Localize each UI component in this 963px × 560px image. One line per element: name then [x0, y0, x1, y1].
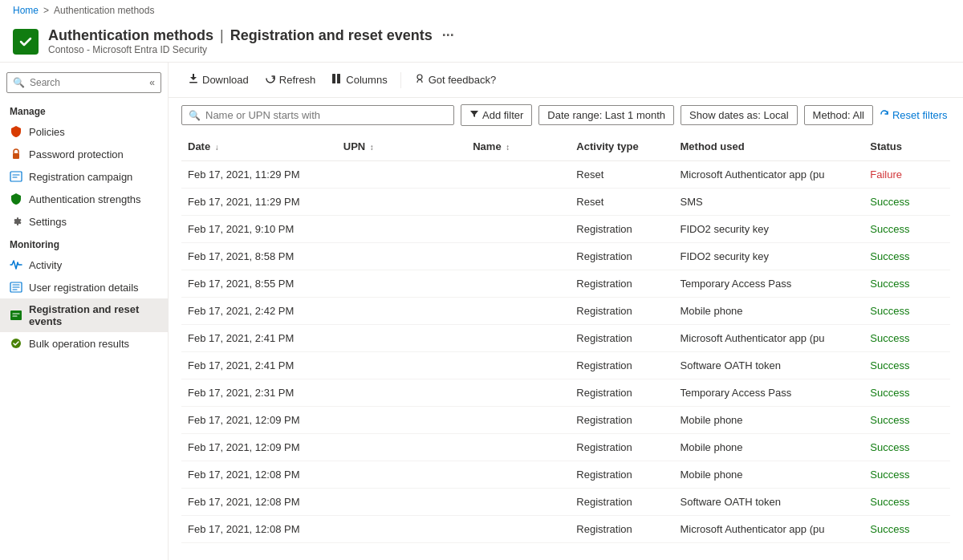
download-button[interactable]: Download [181, 69, 255, 91]
cell-method-used: Mobile phone [674, 298, 864, 325]
table-container: Date ↓ UPN ↕ Name ↕ Activity type Meth [169, 132, 963, 543]
columns-button[interactable]: Columns [325, 69, 393, 91]
sidebar-label-password-protection: Password protection [29, 148, 124, 160]
table-row[interactable]: Feb 17, 2021, 2:41 PM Registration Softw… [181, 352, 950, 379]
sidebar-item-activity[interactable]: Activity [0, 254, 168, 276]
table-row[interactable]: Feb 17, 2021, 2:41 PM Registration Micro… [181, 325, 950, 352]
cell-upn [337, 489, 466, 516]
table-row[interactable]: Feb 17, 2021, 12:08 PM Registration Mobi… [181, 461, 950, 489]
upn-sort-icon: ↕ [370, 143, 374, 152]
cell-method-used: Temporary Access Pass [674, 379, 864, 407]
download-label: Download [202, 74, 249, 86]
table-row[interactable]: Feb 17, 2021, 11:29 PM Reset Microsoft A… [181, 161, 950, 189]
toolbar: Download Refresh Columns Got feedback? [169, 63, 963, 98]
table-row[interactable]: Feb 17, 2021, 12:09 PM Registration Mobi… [181, 407, 950, 434]
sidebar-item-password-protection[interactable]: Password protection [0, 143, 168, 165]
sidebar-search-area: 🔍 « [0, 69, 168, 99]
feedback-button[interactable]: Got feedback? [408, 69, 503, 91]
refresh-icon [265, 73, 276, 87]
events-table: Date ↓ UPN ↕ Name ↕ Activity type Meth [181, 132, 950, 543]
sidebar-item-registration-campaign[interactable]: Registration campaign [0, 165, 168, 188]
table-row[interactable]: Feb 17, 2021, 8:55 PM Registration Tempo… [181, 270, 950, 298]
cell-name [466, 407, 570, 434]
cell-upn [337, 216, 466, 243]
sidebar-item-policies[interactable]: Policies [0, 120, 168, 143]
cell-activity-type: Registration [570, 325, 673, 352]
refresh-button[interactable]: Refresh [258, 69, 323, 91]
method-label: Method: All [813, 109, 864, 121]
col-header-date[interactable]: Date ↓ [181, 132, 337, 161]
cell-status: Success [863, 434, 950, 461]
sidebar-label-settings: Settings [29, 216, 67, 228]
cell-name [466, 516, 570, 543]
reg-reset-events-icon [10, 309, 22, 322]
sidebar-label-bulk-results: Bulk operation results [29, 338, 129, 350]
date-range-label: Date range: Last 1 month [547, 109, 665, 121]
table-row[interactable]: Feb 17, 2021, 2:31 PM Registration Tempo… [181, 379, 950, 407]
cell-status: Success [863, 407, 950, 434]
sidebar: 🔍 « Manage Policies Password protection … [0, 63, 169, 560]
sidebar-item-user-reg-details[interactable]: User registration details [0, 276, 168, 298]
sidebar-item-reg-reset-events[interactable]: Registration and reset events [0, 298, 168, 332]
cell-status: Success [863, 270, 950, 298]
add-filter-button[interactable]: Add filter [461, 104, 532, 126]
sidebar-item-bulk-results[interactable]: Bulk operation results [0, 332, 168, 355]
cell-activity-type: Registration [570, 434, 673, 461]
cell-date: Feb 17, 2021, 2:31 PM [181, 379, 337, 407]
add-filter-icon [469, 109, 479, 121]
title-main: Authentication methods [48, 27, 213, 44]
col-header-upn[interactable]: UPN ↕ [337, 132, 466, 161]
reset-filters-label: Reset filters [892, 109, 948, 121]
cell-name [466, 298, 570, 325]
table-row[interactable]: Feb 17, 2021, 2:42 PM Registration Mobil… [181, 298, 950, 325]
show-dates-chip[interactable]: Show dates as: Local [681, 105, 798, 125]
breadcrumb-home[interactable]: Home [13, 5, 39, 16]
cell-name [466, 189, 570, 216]
cell-status: Success [863, 379, 950, 407]
breadcrumb: Home > Authentication methods [0, 0, 963, 21]
table-row[interactable]: Feb 17, 2021, 8:58 PM Registration FIDO2… [181, 243, 950, 270]
table-row[interactable]: Feb 17, 2021, 12:08 PM Registration Micr… [181, 516, 950, 543]
reset-filters-button[interactable]: Reset filters [880, 109, 948, 121]
table-row[interactable]: Feb 17, 2021, 9:10 PM Registration FIDO2… [181, 216, 950, 243]
svg-rect-7 [332, 74, 335, 83]
table-row[interactable]: Feb 17, 2021, 12:08 PM Registration Soft… [181, 489, 950, 516]
cell-name [466, 243, 570, 270]
page-header: Authentication methods | Registration an… [0, 21, 963, 63]
table-row[interactable]: Feb 17, 2021, 11:29 PM Reset SMS Success [181, 189, 950, 216]
cell-name [466, 434, 570, 461]
cell-status: Success [863, 189, 950, 216]
cell-upn [337, 243, 466, 270]
cell-method-used: SMS [674, 189, 864, 216]
sidebar-item-settings[interactable]: Settings [0, 210, 168, 233]
cell-date: Feb 17, 2021, 12:08 PM [181, 489, 337, 516]
cell-upn [337, 325, 466, 352]
svg-rect-1 [13, 153, 19, 159]
cell-activity-type: Registration [570, 243, 673, 270]
cell-activity-type: Registration [570, 379, 673, 407]
date-range-chip[interactable]: Date range: Last 1 month [538, 105, 674, 125]
name-upn-search-input[interactable] [205, 109, 447, 121]
cell-method-used: FIDO2 security key [674, 216, 864, 243]
sidebar-search-icon: 🔍 [13, 77, 25, 88]
cell-status: Success [863, 489, 950, 516]
cell-activity-type: Registration [570, 270, 673, 298]
more-options-button[interactable]: ··· [442, 27, 454, 44]
cell-method-used: Software OATH token [674, 489, 864, 516]
collapse-sidebar-button[interactable]: « [149, 77, 155, 88]
main-content: Download Refresh Columns Got feedback? [169, 63, 963, 560]
col-header-name[interactable]: Name ↕ [466, 132, 570, 161]
cell-activity-type: Registration [570, 352, 673, 379]
table-header: Date ↓ UPN ↕ Name ↕ Activity type Meth [181, 132, 950, 161]
col-header-activity: Activity type [570, 132, 673, 161]
cell-date: Feb 17, 2021, 9:10 PM [181, 216, 337, 243]
cell-method-used: Microsoft Authenticator app (pu [674, 516, 864, 543]
sidebar-item-auth-strengths[interactable]: Authentication strengths [0, 188, 168, 210]
cell-upn [337, 516, 466, 543]
search-input[interactable] [6, 72, 161, 93]
table-row[interactable]: Feb 17, 2021, 12:09 PM Registration Mobi… [181, 434, 950, 461]
method-chip[interactable]: Method: All [804, 105, 873, 125]
cell-upn [337, 270, 466, 298]
user-reg-details-icon [10, 281, 22, 294]
filter-search-box[interactable]: 🔍 [181, 105, 454, 125]
